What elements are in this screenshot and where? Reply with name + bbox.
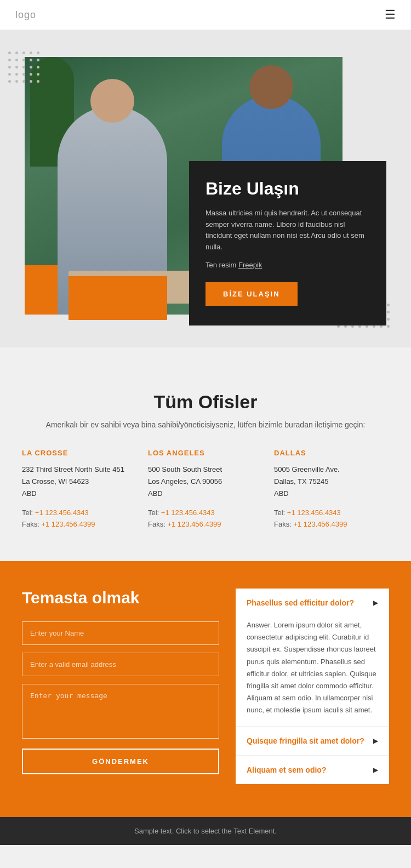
orange-background-block xyxy=(68,276,167,320)
logo: logo xyxy=(15,9,36,21)
faq-question-3[interactable]: Aliquam et sem odio? ▶ xyxy=(236,756,389,784)
freepik-link[interactable]: Freepik xyxy=(238,261,262,269)
hero-card: Bize Ulaşın Massa ultricies mi quis hend… xyxy=(189,161,386,326)
faq-arrow-3: ▶ xyxy=(373,766,378,774)
faq-item-1: Phasellus sed efficitur dolor? ▶ Answer.… xyxy=(236,589,389,727)
footer: Sample text. Click to select the Text El… xyxy=(0,817,411,845)
faq-question-text-1: Phasellus sed efficitur dolor? xyxy=(247,598,354,607)
office-fax-dallas: Faks: +1 123.456.4399 xyxy=(274,520,389,528)
office-city-la: LOS ANGELES xyxy=(148,449,263,457)
office-address-lacrosse: 232 Third Street North Suite 451 La Cros… xyxy=(22,464,137,500)
header: logo ☰ xyxy=(0,0,411,30)
office-address-dallas: 5005 Greenville Ave. Dallas, TX 75245 AB… xyxy=(274,464,389,500)
faq-arrow-2: ▶ xyxy=(373,737,378,745)
footer-text: Sample text. Click to select the Text El… xyxy=(134,827,277,835)
faq-question-1[interactable]: Phasellus sed efficitur dolor? ▶ xyxy=(236,589,389,617)
person2-head xyxy=(249,65,293,109)
faq-answer-1: Answer. Lorem ipsum dolor sit amet, cons… xyxy=(236,617,389,726)
dot-grid-top-left xyxy=(8,52,52,95)
message-input[interactable] xyxy=(22,684,219,739)
office-card-la: LOS ANGELES 500 South South Street Los A… xyxy=(148,449,263,528)
image-credit: Ten resim Freepik xyxy=(206,261,370,269)
contact-section: Temasta olmak GÖNDERMEK Phasellus sed ef… xyxy=(0,561,411,817)
contact-title: Temasta olmak xyxy=(22,589,219,607)
person1-head xyxy=(90,79,134,123)
submit-button[interactable]: GÖNDERMEK xyxy=(22,749,219,774)
faq-question-2[interactable]: Quisque fringilla sit amet dolor? ▶ xyxy=(236,727,389,755)
offices-title: Tüm Ofisler xyxy=(22,391,389,413)
offices-section: Tüm Ofisler Amerikalı bir ev sahibi veya… xyxy=(0,347,411,561)
office-tel-lacrosse: Tel: +1 123.456.4343 xyxy=(22,509,137,517)
hero-description: Massa ultricies mi quis hendrerit. Ac ut… xyxy=(206,208,370,253)
office-card-dallas: DALLAS 5005 Greenville Ave. Dallas, TX 7… xyxy=(274,449,389,528)
office-city-dallas: DALLAS xyxy=(274,449,389,457)
faq-question-text-3: Aliquam et sem odio? xyxy=(247,766,326,774)
hero-inner: Bize Ulaşın Massa ultricies mi quis hend… xyxy=(25,57,386,315)
hero-title: Bize Ulaşın xyxy=(206,179,370,199)
office-fax-la: Faks: +1 123.456.4399 xyxy=(148,520,263,528)
office-card-lacrosse: LA CROSSE 232 Third Street North Suite 4… xyxy=(22,449,137,528)
email-input[interactable] xyxy=(22,653,219,676)
contact-form-container: Temasta olmak GÖNDERMEK xyxy=(22,589,219,774)
office-address-la: 500 South South Street Los Angeles, CA 9… xyxy=(148,464,263,500)
menu-icon[interactable]: ☰ xyxy=(385,8,396,22)
faq-question-text-2: Quisque fringilla sit amet dolor? xyxy=(247,736,364,745)
faq-arrow-1: ▶ xyxy=(373,599,378,607)
offices-subtitle: Amerikalı bir ev sahibi veya bina sahibi… xyxy=(22,420,389,429)
office-city-lacrosse: LA CROSSE xyxy=(22,449,137,457)
office-fax-lacrosse: Faks: +1 123.456.4399 xyxy=(22,520,137,528)
name-input[interactable] xyxy=(22,621,219,645)
hero-section: Bize Ulaşın Massa ultricies mi quis hend… xyxy=(0,30,411,347)
contact-form: GÖNDERMEK xyxy=(22,621,219,774)
offices-grid: LA CROSSE 232 Third Street North Suite 4… xyxy=(22,449,389,528)
faq-item-2: Quisque fringilla sit amet dolor? ▶ xyxy=(236,727,389,756)
faq-item-3: Aliquam et sem odio? ▶ xyxy=(236,756,389,784)
office-tel-la: Tel: +1 123.456.4343 xyxy=(148,509,263,517)
faq-panel: Phasellus sed efficitur dolor? ▶ Answer.… xyxy=(236,589,389,784)
contact-button[interactable]: BİZE ULAŞIN xyxy=(206,282,298,306)
office-tel-dallas: Tel: +1 123.456.4343 xyxy=(274,509,389,517)
